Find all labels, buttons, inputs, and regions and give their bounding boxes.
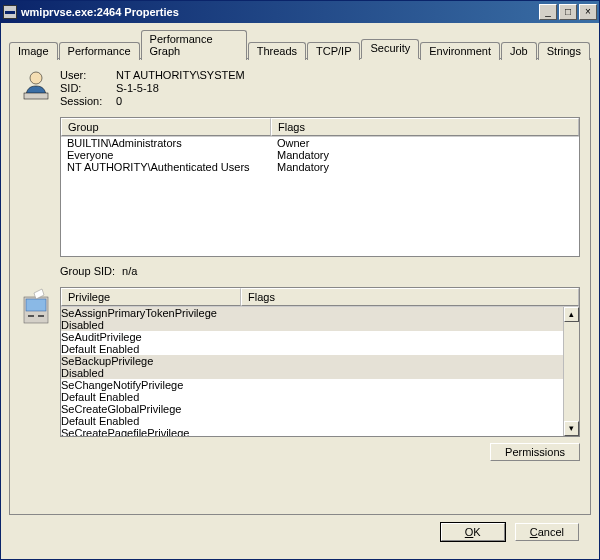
- tab-performance[interactable]: Performance: [59, 42, 140, 60]
- privilege-flags-cell: Default Enabled: [61, 343, 563, 355]
- privilege-name-cell: SeChangeNotifyPrivilege: [61, 379, 241, 391]
- privilege-name-cell: SeAuditPrivilege: [61, 331, 241, 343]
- privileges-list[interactable]: Privilege Flags SeAssignPrimaryTokenPriv…: [60, 287, 580, 437]
- priv-scrollbar[interactable]: ▴ ▾: [563, 307, 579, 436]
- tab-strings[interactable]: Strings: [538, 42, 590, 60]
- token-info: User: NT AUTHORITY\SYSTEM SID: S-1-5-18 …: [20, 69, 580, 107]
- groups-list[interactable]: Group Flags BUILTIN\AdministratorsOwnerE…: [60, 117, 580, 257]
- privilege-flags-cell: Disabled: [61, 367, 563, 379]
- permissions-row: Permissions: [60, 443, 580, 461]
- table-row[interactable]: SeAuditPrivilegeDefault Enabled: [61, 331, 563, 355]
- table-row[interactable]: SeBackupPrivilegeDisabled: [61, 355, 563, 379]
- svg-point-0: [30, 72, 42, 84]
- permissions-button[interactable]: Permissions: [490, 443, 580, 461]
- privileges-header[interactable]: Privilege Flags: [61, 288, 579, 307]
- group-sid-row: Group SID: n/a: [60, 265, 580, 277]
- table-row[interactable]: SeChangeNotifyPrivilegeDefault Enabled: [61, 379, 563, 403]
- group-name-cell: Everyone: [61, 149, 271, 161]
- user-label: User:: [60, 69, 110, 81]
- tab-strip: ImagePerformancePerformance GraphThreads…: [9, 29, 591, 59]
- privilege-name-cell: SeBackupPrivilege: [61, 355, 241, 367]
- tab-job[interactable]: Job: [501, 42, 537, 60]
- groups-header-flags[interactable]: Flags: [271, 118, 579, 136]
- privilege-name-cell: SeAssignPrimaryTokenPrivilege: [61, 307, 241, 319]
- sid-label: SID:: [60, 82, 110, 94]
- session-label: Session:: [60, 95, 110, 107]
- titlebar[interactable]: wmiprvse.exe:2464 Properties _ □ ×: [1, 1, 599, 23]
- group-flags-cell: Mandatory: [271, 161, 579, 173]
- group-sid-value: n/a: [122, 265, 137, 277]
- svg-rect-3: [26, 299, 46, 311]
- window-buttons: _ □ ×: [539, 4, 597, 20]
- group-name-cell: BUILTIN\Administrators: [61, 137, 271, 149]
- ok-button[interactable]: OK: [441, 523, 505, 541]
- privileges-area: Privilege Flags SeAssignPrimaryTokenPriv…: [20, 287, 580, 437]
- svg-rect-5: [38, 315, 44, 317]
- tab-threads[interactable]: Threads: [248, 42, 306, 60]
- svg-rect-4: [28, 315, 34, 317]
- svg-rect-1: [24, 93, 48, 99]
- privilege-name-cell: SeCreateGlobalPrivilege: [61, 403, 241, 415]
- group-flags-cell: Owner: [271, 137, 579, 149]
- sid-value: S-1-5-18: [116, 82, 245, 94]
- scroll-up-icon[interactable]: ▴: [564, 307, 579, 322]
- groups-header-group[interactable]: Group: [61, 118, 271, 136]
- privileges-body[interactable]: SeAssignPrimaryTokenPrivilegeDisabledSeA…: [61, 307, 579, 436]
- tab-tcp/ip[interactable]: TCP/IP: [307, 42, 360, 60]
- group-flags-cell: Mandatory: [271, 149, 579, 161]
- privilege-flags-cell: Default Enabled: [61, 391, 563, 403]
- groups-header[interactable]: Group Flags: [61, 118, 579, 137]
- session-value: 0: [116, 95, 245, 107]
- table-row[interactable]: SeCreateGlobalPrivilegeDefault Enabled: [61, 403, 563, 427]
- scroll-down-icon[interactable]: ▾: [564, 421, 579, 436]
- maximize-button[interactable]: □: [559, 4, 577, 20]
- user-value: NT AUTHORITY\SYSTEM: [116, 69, 245, 81]
- tab-security[interactable]: Security: [361, 39, 419, 59]
- user-icon: [20, 69, 52, 101]
- table-row[interactable]: SeCreatePagefilePrivilegeDefault Enabled: [61, 427, 563, 436]
- group-name-cell: NT AUTHORITY\Authenticated Users: [61, 161, 271, 173]
- table-row[interactable]: NT AUTHORITY\Authenticated UsersMandator…: [61, 161, 579, 173]
- dialog-buttons: OK Cancel: [9, 515, 591, 551]
- privilege-flags-cell: Default Enabled: [61, 415, 563, 427]
- app-icon: [3, 5, 17, 19]
- properties-window: wmiprvse.exe:2464 Properties _ □ × Image…: [0, 0, 600, 560]
- cancel-button[interactable]: Cancel: [515, 523, 579, 541]
- privilege-name-cell: SeCreatePagefilePrivilege: [61, 427, 241, 436]
- tab-performance-graph[interactable]: Performance Graph: [141, 30, 247, 60]
- client-area: ImagePerformancePerformance GraphThreads…: [1, 23, 599, 559]
- privilege-flags-cell: Disabled: [61, 319, 563, 331]
- table-row[interactable]: BUILTIN\AdministratorsOwner: [61, 137, 579, 149]
- priv-header-flags[interactable]: Flags: [241, 288, 579, 306]
- group-sid-label: Group SID:: [60, 265, 115, 277]
- table-row[interactable]: SeAssignPrimaryTokenPrivilegeDisabled: [61, 307, 563, 331]
- priv-header-privilege[interactable]: Privilege: [61, 288, 241, 306]
- tab-image[interactable]: Image: [9, 42, 58, 60]
- privileges-icon: [20, 287, 52, 327]
- tab-environment[interactable]: Environment: [420, 42, 500, 60]
- groups-body[interactable]: BUILTIN\AdministratorsOwnerEveryoneManda…: [61, 137, 579, 173]
- tab-panel-security: User: NT AUTHORITY\SYSTEM SID: S-1-5-18 …: [9, 58, 591, 515]
- close-button[interactable]: ×: [579, 4, 597, 20]
- minimize-button[interactable]: _: [539, 4, 557, 20]
- window-title: wmiprvse.exe:2464 Properties: [21, 6, 539, 18]
- table-row[interactable]: EveryoneMandatory: [61, 149, 579, 161]
